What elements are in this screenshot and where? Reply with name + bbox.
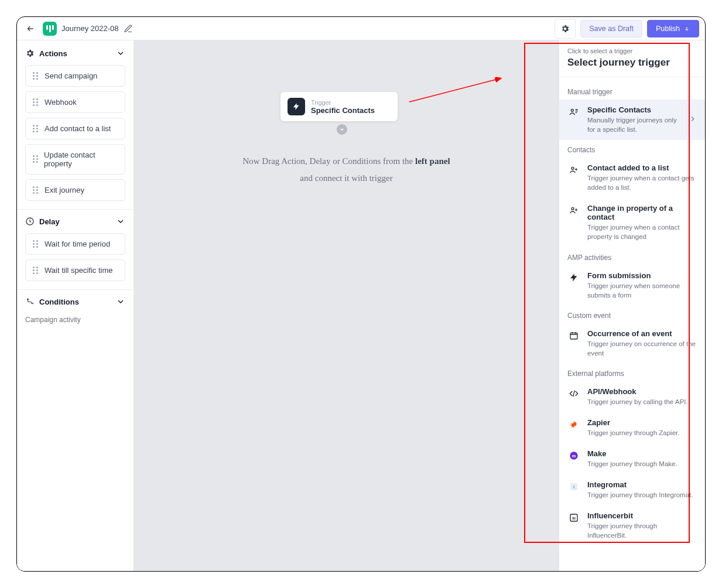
trigger-option[interactable]: Contact added to a listTrigger journey w… [559,158,705,198]
trigger-option-desc: Manually trigger journeys only for a spe… [587,115,682,134]
publish-label: Publish [656,25,680,33]
zapier-icon [567,418,580,431]
trigger-option-desc: Trigger journey on occurrence of the eve… [587,339,697,358]
save-draft-button[interactable]: Save as Draft [580,20,642,37]
make-icon: m [567,449,580,462]
drag-handle-icon [32,125,39,133]
trigger-group-label: AMP activities [559,248,705,265]
trigger-option[interactable]: Form submissionTrigger journey when some… [559,265,705,306]
trigger-option[interactable]: IBInfluencerbitTrigger journey through I… [559,505,705,546]
drag-handle-icon [32,98,39,107]
trigger-group-label: External platforms [559,364,705,381]
action-item[interactable]: Add contact to a list [25,118,125,139]
app-logo [43,22,57,36]
right-panel-subtitle: Click to select a trigger [567,47,697,54]
conditions-section-header[interactable]: Conditions [25,297,125,306]
bolt-icon [567,271,580,284]
chevron-down-icon [116,217,125,226]
trigger-option[interactable]: API/WebhookTrigger journey by calling th… [559,381,705,412]
action-item-label: Update contact property [44,151,119,168]
canvas[interactable]: Trigger Specific Contacts Now Drag Actio… [134,40,559,571]
action-item-label: Add contact to a list [45,124,111,133]
action-item[interactable]: Webhook [25,91,125,113]
svg-text:IB: IB [572,517,576,520]
clock-icon [25,217,35,226]
trigger-option-title: Zapier [587,418,697,427]
trigger-option-desc: Trigger journey when a contact property … [587,223,697,241]
trigger-option-title: Make [587,449,697,458]
trigger-option[interactable]: Change in property of a contactTrigger j… [559,198,705,247]
svg-text:m: m [572,453,576,459]
publish-button[interactable]: Publish [647,20,699,37]
svg-point-2 [571,109,573,111]
trigger-option[interactable]: Occurrence of an eventTrigger journey on… [559,323,705,364]
branch-icon [25,297,35,306]
code-icon [567,387,580,400]
gear-icon [25,49,35,58]
drag-handle-icon [32,72,39,80]
trigger-option[interactable]: iIntegromatTrigger journey through Integ… [559,474,705,505]
trigger-option-title: Change in property of a contact [587,204,697,221]
trigger-option-desc: Trigger journey when someone submits a f… [587,281,697,300]
conditions-label: Conditions [39,298,111,306]
body: Actions Send campaignWebhookAdd contact … [17,40,705,571]
trigger-option-desc: Trigger journey through Zapier. [587,428,697,437]
trigger-option-title: Specific Contacts [587,105,682,114]
delay-item[interactable]: Wait till specific time [25,259,125,281]
chevron-down-icon [116,49,125,58]
trigger-option-desc: Trigger journey through Make. [587,459,697,469]
action-item-label: Exit journey [45,186,84,194]
person-plus-icon [567,204,580,217]
trigger-option-desc: Trigger journey when a contact gets adde… [587,173,697,192]
drag-handle-icon [32,186,39,194]
trigger-option-title: API/Webhook [587,387,697,396]
settings-button[interactable] [555,19,576,39]
sidebar: Actions Send campaignWebhookAdd contact … [17,40,134,571]
right-panel: Click to select a trigger Select journey… [559,40,705,571]
trigger-group-label: Manual trigger [559,82,705,100]
edit-title-icon[interactable] [124,24,133,33]
delay-item-label: Wait till specific time [45,266,113,275]
action-item[interactable]: Exit journey [25,179,125,201]
delay-item[interactable]: Wait for time period [25,233,125,255]
integromat-icon: i [567,480,580,493]
calendar-icon [567,329,580,342]
drag-handle-icon [32,240,39,248]
trigger-option-title: Integromat [587,480,697,489]
conditions-subtext: Campaign activity [17,312,134,324]
delay-item-label: Wait for time period [45,240,110,248]
action-item-label: Webhook [45,98,77,107]
trigger-option[interactable]: mMakeTrigger journey through Make. [559,443,705,474]
contacts-icon [567,105,580,118]
svg-point-4 [572,208,574,210]
trigger-option[interactable]: Specific ContactsManually trigger journe… [559,100,705,140]
svg-point-3 [572,167,574,170]
trigger-option-title: Contact added to a list [587,163,697,172]
trigger-option-title: Occurrence of an event [587,329,697,338]
actions-section-header[interactable]: Actions [25,49,125,58]
trigger-option-title: Influencerbit [587,511,697,520]
back-button[interactable] [23,21,38,36]
person-plus-icon [567,163,580,176]
svg-text:i: i [573,484,574,490]
action-item[interactable]: Update contact property [25,144,125,175]
influencerbit-icon: IB [567,511,580,524]
trigger-option-title: Form submission [587,271,697,280]
actions-label: Actions [39,49,111,58]
drag-handle-icon [32,266,39,275]
delay-section-header[interactable]: Delay [25,217,125,226]
svg-line-1 [409,78,500,102]
right-panel-title: Select journey trigger [567,57,697,69]
journey-title[interactable]: Journey 2022-08-3 [61,24,119,33]
trigger-group-label: Custom event [559,306,705,323]
trigger-option[interactable]: ZapierTrigger journey through Zapier. [559,412,705,443]
chevron-down-icon [116,297,125,306]
action-item[interactable]: Send campaign [25,65,125,87]
action-item-label: Send campaign [45,71,97,80]
canvas-hint: Now Drag Action, Delay or Conditions fro… [134,153,559,186]
header: Journey 2022-08-3 Save as Draft Publish [17,17,705,40]
trigger-option-desc: Trigger journey by calling the API. [587,397,697,406]
chevron-right-icon [689,115,697,125]
trigger-option-desc: Trigger journey through InfluencerBit. [587,521,697,540]
delay-label: Delay [39,217,111,226]
